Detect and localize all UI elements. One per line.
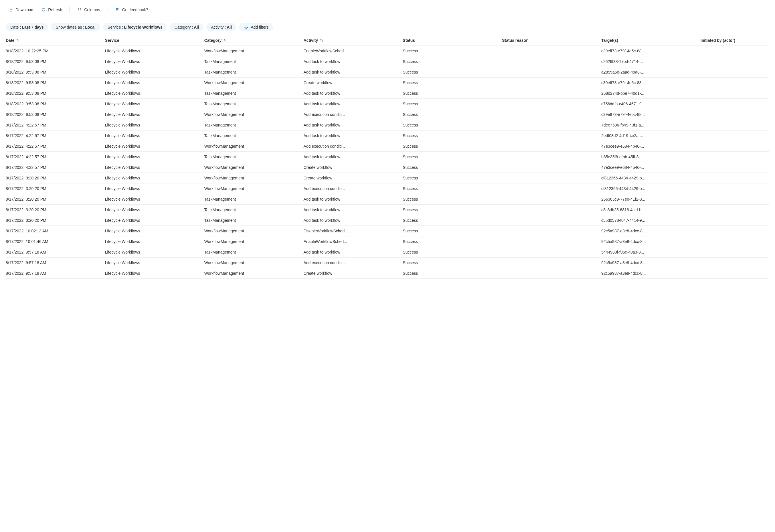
- cell-activity: Add task to workflow: [303, 102, 403, 106]
- cell-actor: [701, 207, 769, 212]
- table-row[interactable]: 8/17/2022, 9:57:18 AMLifecycle Workflows…: [6, 268, 769, 279]
- cell-date: 8/18/2022, 9:53:08 PM: [6, 91, 105, 96]
- sort-icon: [16, 38, 20, 42]
- filter-date[interactable]: Date : Last 7 days: [6, 23, 48, 31]
- refresh-label: Refresh: [48, 7, 62, 12]
- columns-button[interactable]: Columns: [74, 6, 103, 14]
- table-row[interactable]: 8/17/2022, 9:57:18 AMLifecycle Workflows…: [6, 257, 769, 268]
- col-header-category-label: Category: [204, 38, 222, 43]
- table-row[interactable]: 8/17/2022, 10:02:13 AMLifecycle Workflow…: [6, 226, 769, 236]
- add-filters-icon: [244, 25, 248, 29]
- cell-actor: [701, 271, 769, 276]
- cell-actor: [701, 80, 769, 85]
- cell-service: Lifecycle Workflows: [105, 197, 204, 201]
- table-row[interactable]: 8/17/2022, 4:22:57 PMLifecycle Workflows…: [6, 152, 769, 162]
- col-header-date[interactable]: Date: [6, 38, 105, 43]
- table-row[interactable]: 8/17/2022, 9:57:18 AMLifecycle Workflows…: [6, 247, 769, 257]
- cell-actor: [701, 176, 769, 180]
- cell-status: Success: [403, 260, 502, 265]
- col-header-activity[interactable]: Activity: [303, 38, 403, 43]
- cell-activity: Add execution conditi...: [303, 144, 403, 148]
- cell-category: WorkflowManagement: [204, 260, 304, 265]
- cell-targets: 47e3cee9-e684-4b46-...: [601, 165, 701, 170]
- sort-icon: [223, 38, 227, 42]
- table-row[interactable]: 8/17/2022, 3:20:20 PMLifecycle Workflows…: [6, 194, 769, 204]
- cell-date: 8/17/2022, 3:20:20 PM: [6, 207, 105, 212]
- cell-reason: [502, 123, 601, 127]
- cell-reason: [502, 176, 601, 180]
- cell-activity: Create workflow: [303, 80, 403, 85]
- cell-date: 8/18/2022, 10:22:25 PM: [6, 49, 105, 53]
- table-row[interactable]: 8/17/2022, 4:22:57 PMLifecycle Workflows…: [6, 141, 769, 152]
- table-row[interactable]: 8/17/2022, 4:22:57 PMLifecycle Workflows…: [6, 162, 769, 173]
- download-icon: [9, 7, 13, 12]
- table-row[interactable]: 8/17/2022, 3:20:20 PMLifecycle Workflows…: [6, 183, 769, 194]
- cell-activity: Add execution conditi...: [303, 112, 403, 117]
- table-row[interactable]: 8/17/2022, 3:20:20 PMLifecycle Workflows…: [6, 204, 769, 215]
- table-row[interactable]: 8/18/2022, 9:53:08 PMLifecycle Workflows…: [6, 67, 769, 78]
- col-header-actor[interactable]: Initiated by (actor): [701, 38, 769, 43]
- filter-activity[interactable]: Activity : All: [206, 23, 236, 31]
- cell-actor: [701, 59, 769, 64]
- table-row[interactable]: 8/18/2022, 9:53:08 PMLifecycle Workflows…: [6, 56, 769, 67]
- filter-date-value: Last 7 days: [22, 25, 43, 29]
- table-row[interactable]: 8/17/2022, 10:01:46 AMLifecycle Workflow…: [6, 236, 769, 247]
- feedback-button[interactable]: Got feedback?: [112, 6, 151, 14]
- table-row[interactable]: 8/18/2022, 10:22:25 PMLifecycle Workflow…: [6, 46, 769, 56]
- cell-targets: 92c5a987-a3e8-4dcc-8...: [601, 229, 701, 233]
- cell-activity: Add task to workflow: [303, 197, 403, 201]
- cell-category: TaskManagement: [204, 207, 304, 212]
- table-row[interactable]: 8/18/2022, 9:53:08 PMLifecycle Workflows…: [6, 109, 769, 120]
- cell-reason: [502, 70, 601, 74]
- cell-category: WorkflowManagement: [204, 229, 304, 233]
- filter-show-dates-value: Local: [85, 25, 96, 29]
- cell-category: WorkflowManagement: [204, 144, 304, 148]
- cell-targets: 92c5a987-a3e8-4dcc-8...: [601, 271, 701, 276]
- cell-service: Lifecycle Workflows: [105, 80, 204, 85]
- cell-service: Lifecycle Workflows: [105, 133, 204, 138]
- cell-targets: 258d274d-bbe7-40d1-...: [601, 91, 701, 96]
- add-filters-button[interactable]: Add filters: [239, 23, 273, 31]
- cell-status: Success: [403, 70, 502, 74]
- cell-date: 8/17/2022, 3:20:20 PM: [6, 197, 105, 201]
- cell-actor: [701, 165, 769, 170]
- filter-service[interactable]: Service : Lifecycle Workflows: [103, 23, 167, 31]
- table-body: 8/18/2022, 10:22:25 PMLifecycle Workflow…: [6, 46, 769, 279]
- col-header-category[interactable]: Category: [204, 38, 304, 43]
- table-row[interactable]: 8/17/2022, 4:22:57 PMLifecycle Workflows…: [6, 130, 769, 141]
- table-row[interactable]: 8/18/2022, 9:53:08 PMLifecycle Workflows…: [6, 99, 769, 109]
- cell-service: Lifecycle Workflows: [105, 154, 204, 159]
- filter-show-dates[interactable]: Show dates as : Local: [51, 23, 100, 31]
- col-header-targets-label: Target(s): [601, 38, 618, 43]
- cell-service: Lifecycle Workflows: [105, 91, 204, 96]
- cell-category: WorkflowManagement: [204, 49, 304, 53]
- cell-activity: Add execution conditi...: [303, 260, 403, 265]
- table-row[interactable]: 8/18/2022, 9:53:08 PMLifecycle Workflows…: [6, 88, 769, 99]
- cell-date: 8/17/2022, 3:20:20 PM: [6, 176, 105, 180]
- col-header-activity-label: Activity: [303, 38, 318, 43]
- cell-actor: [701, 133, 769, 138]
- filter-category[interactable]: Category : All: [170, 23, 203, 31]
- cell-service: Lifecycle Workflows: [105, 112, 204, 117]
- cell-status: Success: [403, 49, 502, 53]
- cell-reason: [502, 207, 601, 212]
- cell-service: Lifecycle Workflows: [105, 260, 204, 265]
- col-header-status[interactable]: Status: [403, 38, 502, 43]
- cell-targets: cf812366-4434-4429-b...: [601, 186, 701, 191]
- col-header-reason[interactable]: Status reason: [502, 38, 601, 43]
- col-header-targets[interactable]: Target(s): [601, 38, 701, 43]
- refresh-button[interactable]: Refresh: [38, 6, 65, 14]
- filter-date-label: Date :: [10, 25, 21, 29]
- col-header-service[interactable]: Service: [105, 38, 204, 43]
- table-row[interactable]: 8/17/2022, 3:20:20 PMLifecycle Workflows…: [6, 215, 769, 226]
- table-row[interactable]: 8/17/2022, 4:22:57 PMLifecycle Workflows…: [6, 120, 769, 130]
- download-button[interactable]: Download: [6, 6, 36, 14]
- table-row[interactable]: 8/18/2022, 9:53:08 PMLifecycle Workflows…: [6, 78, 769, 88]
- table-row[interactable]: 8/17/2022, 3:20:20 PMLifecycle Workflows…: [6, 173, 769, 183]
- cell-reason: [502, 49, 601, 53]
- cell-status: Success: [403, 207, 502, 212]
- cell-targets: c3c3db25-6816-4cfd-b...: [601, 207, 701, 212]
- cell-activity: EnableWorkflowSched...: [303, 49, 403, 53]
- cell-reason: [502, 218, 601, 223]
- cell-targets: c756ddfa-c406-4671-9...: [601, 102, 701, 106]
